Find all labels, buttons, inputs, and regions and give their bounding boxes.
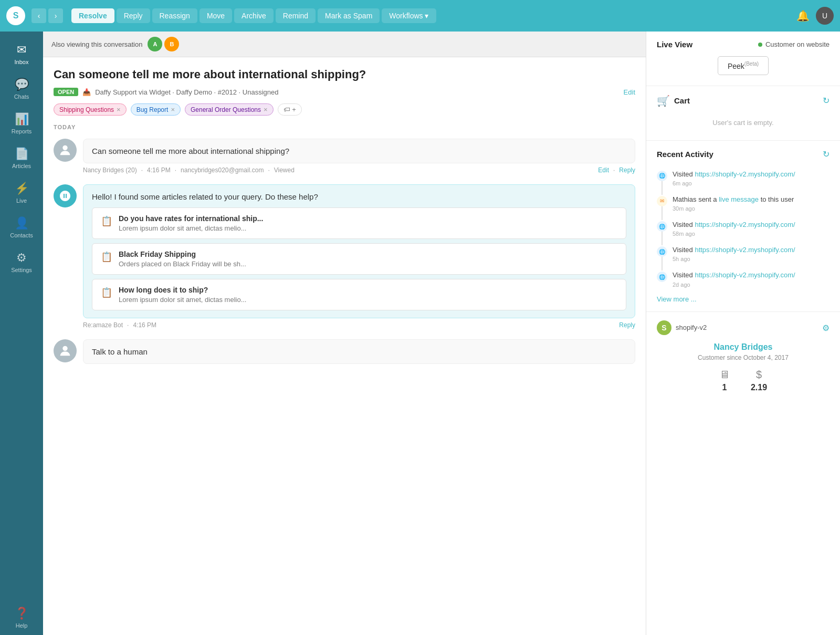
tag-remove-shipping[interactable]: × <box>117 106 121 113</box>
user-avatar-3 <box>54 339 77 362</box>
article-card-3[interactable]: 📋 How long does it to ship? Lorem ipsum … <box>92 279 626 310</box>
beta-label: (Beta) <box>744 61 759 67</box>
message-block-user: Can someone tell me more about internati… <box>54 139 635 174</box>
notification-icon[interactable]: 🔔 <box>796 9 810 22</box>
tag-remove-bug[interactable]: × <box>171 106 175 113</box>
article-cards: 📋 Do you have rates for international sh… <box>92 207 626 310</box>
article-excerpt: Lorem ipsum dolor sit amet, dictas melio… <box>119 224 263 232</box>
activity-item-3: 🌐 Visited https://shopify-v2.myshopify.c… <box>657 216 830 241</box>
message-content-bot: Hello! I found some articles related to … <box>83 184 635 329</box>
shopify-header-left: S shopify-v2 <box>657 320 707 335</box>
message-text: Can someone tell me more about internati… <box>92 147 289 155</box>
sidebar-item-reports[interactable]: 📊 Reports <box>0 106 43 141</box>
activity-text-5: Visited https://shopify-v2.myshopify.com… <box>673 271 795 279</box>
msg-separator2: · <box>175 166 176 174</box>
edit-msg-link[interactable]: Edit <box>598 166 609 174</box>
viewer-avatar-1: A <box>148 37 162 51</box>
sidebar-item-inbox[interactable]: ✉ Inbox <box>0 37 43 71</box>
tag-shipping: Shipping Questions × <box>54 103 127 116</box>
live-msg-link[interactable]: live message <box>719 195 759 203</box>
activity-link-5[interactable]: https://shopify-v2.myshopify.com/ <box>695 271 795 279</box>
resolve-button[interactable]: Resolve <box>71 8 114 23</box>
add-tag-button[interactable]: 🏷 + <box>278 103 302 116</box>
sidebar-item-help[interactable]: ❓ Help <box>0 600 43 635</box>
reports-icon: 📊 <box>15 112 29 126</box>
sidebar-item-label: Inbox <box>15 59 29 65</box>
send-icon: ✉ <box>657 196 667 206</box>
globe-icon-3: 🌐 <box>657 221 667 232</box>
activity-content-5: Visited https://shopify-v2.myshopify.com… <box>673 270 795 287</box>
activity-refresh-icon[interactable]: ↻ <box>823 149 830 159</box>
sidebar-item-live[interactable]: ⚡ Live <box>0 175 43 210</box>
conversation-meta: OPEN 📥 Daffy Support via Widget · Daffy … <box>54 88 635 96</box>
archive-button[interactable]: Archive <box>234 8 274 23</box>
peek-button[interactable]: Peek(Beta) <box>718 56 769 75</box>
sidebar-item-chats[interactable]: 💬 Chats <box>0 71 43 106</box>
bot-reply-link[interactable]: Reply <box>619 321 635 329</box>
sidebar-item-label: Reports <box>12 128 32 134</box>
view-more-link[interactable]: View more ... <box>657 295 830 303</box>
article-info: How long does it to ship? Lorem ipsum do… <box>119 286 246 304</box>
cart-refresh-icon[interactable]: ↻ <box>823 96 830 106</box>
sidebar-item-contacts[interactable]: 👤 Contacts <box>0 210 43 245</box>
reassign-button[interactable]: Reassign <box>152 8 197 23</box>
msg-separator: · <box>141 166 143 174</box>
bot-message-text: Hello! I found some articles related to … <box>92 192 318 201</box>
remind-button[interactable]: Remind <box>276 8 316 23</box>
activity-link-3[interactable]: https://shopify-v2.myshopify.com/ <box>695 221 795 228</box>
edit-link[interactable]: Edit <box>624 88 635 96</box>
sidebar-item-articles[interactable]: 📄 Articles <box>0 141 43 175</box>
activity-text-3: Visited https://shopify-v2.myshopify.com… <box>673 221 795 228</box>
article-title: How long does it to ship? <box>119 286 246 294</box>
avatar[interactable]: U <box>816 7 834 25</box>
cart-title: 🛒 Cart <box>657 95 690 107</box>
status-dot <box>758 43 762 47</box>
orders-icon: 🖥 <box>719 369 730 381</box>
nav-arrows: ‹ › <box>32 8 63 23</box>
articles-icon: 📄 <box>15 147 29 161</box>
reply-msg-link[interactable]: Reply <box>619 166 635 174</box>
activity-title: Recent Activity <box>657 150 713 159</box>
nav-forward-button[interactable]: › <box>48 8 63 23</box>
sidebar-item-settings[interactable]: ⚙ Settings <box>0 245 43 279</box>
sidebar-item-label: Live <box>16 197 27 204</box>
sidebar-item-label: Chats <box>14 93 29 100</box>
message-content-user: Can someone tell me more about internati… <box>83 139 635 174</box>
sidebar-item-label: Settings <box>11 267 32 273</box>
activity-text-4: Visited https://shopify-v2.myshopify.com… <box>673 246 795 254</box>
article-excerpt: Lorem ipsum dolor sit amet, dictas melio… <box>119 296 246 304</box>
workflows-button[interactable]: Workflows ▾ <box>382 8 436 23</box>
svg-point-0 <box>62 145 67 150</box>
activity-content-1: Visited https://shopify-v2.myshopify.com… <box>673 170 795 186</box>
move-button[interactable]: Move <box>200 8 232 23</box>
recent-activity-section: Recent Activity ↻ 🌐 Visited https://shop… <box>646 141 840 312</box>
activity-link-4[interactable]: https://shopify-v2.myshopify.com/ <box>695 246 795 254</box>
cart-shopify-icon: 🛒 <box>657 95 670 107</box>
section-label: TODAY <box>54 124 635 130</box>
live-view-header: Live View Customer on website <box>657 40 830 49</box>
msg-separator3: · <box>268 166 269 174</box>
activity-time-2: 30m ago <box>673 205 794 212</box>
top-right: 🔔 U <box>796 7 834 25</box>
article-card-2[interactable]: 📋 Black Friday Shipping Orders placed on… <box>92 243 626 275</box>
activity-content-2: Mathias sent a live message to this user… <box>673 195 794 212</box>
gear-icon[interactable]: ⚙ <box>822 323 830 333</box>
msg-time: 4:16 PM <box>147 166 171 174</box>
message-footer: Nancy Bridges (20) · 4:16 PM · nancybrid… <box>83 166 635 174</box>
conversation-title: Can someone tell me more about internati… <box>54 68 635 81</box>
activity-time-1: 6m ago <box>673 180 795 186</box>
nav-back-button[interactable]: ‹ <box>32 8 46 23</box>
tag-remove-general[interactable]: × <box>264 106 268 113</box>
content-area: Also viewing this conversation A B Can s… <box>43 32 646 635</box>
cart-header: 🛒 Cart ↻ <box>657 95 830 107</box>
stat-orders: 🖥 1 <box>719 369 730 392</box>
shopify-logo: S <box>657 320 671 335</box>
reply-button[interactable]: Reply <box>117 8 150 23</box>
also-viewing-label: Also viewing this conversation <box>51 40 142 48</box>
avatar-stack: A B <box>148 37 179 51</box>
peek-label: Peek <box>728 62 744 70</box>
customer-since: Customer since October 4, 2017 <box>657 354 830 361</box>
activity-link-1[interactable]: https://shopify-v2.myshopify.com/ <box>695 170 795 178</box>
article-card-1[interactable]: 📋 Do you have rates for international sh… <box>92 207 626 239</box>
mark-as-spam-button[interactable]: Mark as Spam <box>318 8 380 23</box>
